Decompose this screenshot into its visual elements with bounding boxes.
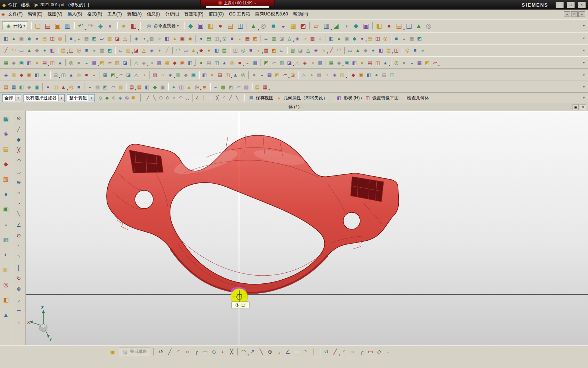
tool-icon[interactable]: ◫ xyxy=(232,46,239,54)
tool-icon[interactable]: ● xyxy=(119,21,129,31)
tool-icon[interactable]: ▢ xyxy=(33,21,43,31)
tool-icon[interactable]: ◧ xyxy=(49,46,56,54)
tool-icon[interactable]: ▨ xyxy=(151,71,159,79)
tool-icon[interactable]: ■ xyxy=(400,59,408,67)
tool-icon[interactable]: ▱ xyxy=(106,59,114,67)
tool-icon[interactable]: ▤ xyxy=(366,35,374,42)
tool-icon[interactable]: ◆ xyxy=(186,21,196,31)
tool-icon[interactable]: ▲ xyxy=(1,311,10,319)
menu-item-3[interactable]: 插入(S) xyxy=(65,10,85,18)
tool-icon[interactable]: ▣ xyxy=(357,71,365,79)
tool-icon[interactable]: ▤ xyxy=(205,59,213,67)
tool-icon[interactable]: ▲ xyxy=(414,21,424,31)
tool-icon[interactable]: ▲ xyxy=(10,35,18,42)
tool-icon[interactable]: ▤ xyxy=(41,59,49,67)
tool-icon[interactable]: ◎ xyxy=(220,35,228,42)
tool-icon[interactable]: ◈ xyxy=(148,46,155,54)
tool-icon[interactable]: ↗ xyxy=(248,347,257,356)
tool-icon[interactable]: ◎ xyxy=(56,35,64,42)
tool-icon[interactable]: ◎ xyxy=(239,46,247,54)
tool-icon[interactable]: ◎ xyxy=(67,83,75,91)
tool-icon[interactable]: ↺ xyxy=(157,347,165,356)
tool-icon[interactable]: ◑ xyxy=(309,59,316,67)
tool-icon[interactable]: ▭ xyxy=(201,347,209,356)
tool-icon[interactable]: ◆ xyxy=(197,46,205,54)
tool-icon[interactable]: ▲ xyxy=(171,35,179,42)
tool-icon[interactable]: ▤ xyxy=(60,46,67,54)
tab-restore-icon[interactable]: ▣ xyxy=(573,104,579,110)
tool-icon[interactable]: ■ xyxy=(201,83,208,91)
tool-icon[interactable]: ◧ xyxy=(201,71,208,79)
tool-icon[interactable]: ─ xyxy=(15,307,22,314)
tool-icon[interactable]: ◫ xyxy=(224,71,232,79)
tool-icon[interactable]: ◟ xyxy=(15,317,22,325)
geometry-properties-button[interactable]: ▲ 几何属性（即将失效）. . . xyxy=(276,95,334,101)
tool-icon[interactable]: ◧ xyxy=(351,59,358,67)
tool-icon[interactable]: ▭ xyxy=(18,46,25,54)
tool-icon[interactable]: ◠ xyxy=(10,46,18,54)
tool-icon[interactable]: ◆ xyxy=(10,59,18,67)
tool-icon[interactable]: ◒ xyxy=(255,46,262,54)
tool-icon[interactable]: ╭ xyxy=(357,347,366,356)
tool-icon[interactable]: ◫ xyxy=(235,21,245,31)
save-view-button[interactable]: ▤ 保存视图 xyxy=(248,95,273,101)
tool-icon[interactable]: ▥ xyxy=(125,46,132,54)
tool-icon[interactable]: ◡ xyxy=(15,168,22,175)
tool-icon[interactable]: ↻ xyxy=(15,275,22,282)
tool-icon[interactable]: ◒ xyxy=(244,59,251,67)
menu-item-10[interactable]: 窗口(O) xyxy=(206,10,226,18)
viewport[interactable]: 体 (1) X Z Y xyxy=(26,111,588,345)
tool-icon[interactable]: + xyxy=(384,347,392,356)
tool-icon[interactable]: ╱ xyxy=(331,347,340,356)
tool-icon[interactable]: ∠ xyxy=(283,347,292,356)
tool-icon[interactable]: ╲ xyxy=(257,347,266,356)
tool-icon[interactable]: ◧ xyxy=(18,83,25,91)
tool-icon[interactable]: ■ xyxy=(75,59,83,67)
mirror-plane-button[interactable]: ◫ 设置镜像平面. . . xyxy=(365,95,405,101)
tool-icon[interactable]: ▣ xyxy=(179,35,186,42)
tool-icon[interactable]: ▦ xyxy=(163,59,171,67)
tool-icon[interactable]: + xyxy=(218,347,227,356)
tool-icon[interactable]: ◠ xyxy=(239,347,248,356)
tool-icon[interactable]: ─ xyxy=(292,347,301,356)
tool-icon[interactable]: ▥ xyxy=(174,71,182,79)
tool-icon[interactable]: ■ xyxy=(247,46,255,54)
tool-icon[interactable]: ▤ xyxy=(385,46,392,54)
toolbar-overflow-icon[interactable]: ▾ xyxy=(583,61,586,64)
check-geometry-button[interactable]: 检查几何体 xyxy=(407,95,429,101)
tool-icon[interactable]: ⊙ xyxy=(15,232,22,239)
tool-icon[interactable]: ○ xyxy=(323,71,331,79)
tool-icon[interactable]: ▥ xyxy=(1,265,10,274)
tool-icon[interactable]: ■ xyxy=(83,71,90,79)
tool-icon[interactable]: ◈ xyxy=(96,21,105,31)
tool-icon[interactable]: ⊙ xyxy=(164,95,171,101)
tool-icon[interactable]: ○ xyxy=(171,95,178,101)
tool-icon[interactable]: ◎ xyxy=(193,83,201,91)
tool-icon[interactable]: △ xyxy=(140,46,148,54)
tool-icon[interactable]: ▨ xyxy=(315,71,323,79)
tool-icon[interactable]: ╳ xyxy=(214,95,220,101)
tool-icon[interactable]: ◎ xyxy=(424,21,434,31)
tool-icon[interactable]: ▤ xyxy=(220,46,228,54)
menu-item-13[interactable]: 帮助(H) xyxy=(291,10,311,18)
tool-icon[interactable]: △ xyxy=(293,59,301,67)
tool-icon[interactable]: ↷ xyxy=(86,21,96,31)
tool-icon[interactable]: ◒ xyxy=(278,21,288,31)
tool-icon[interactable]: ▱ xyxy=(431,59,439,67)
tool-icon[interactable]: ◈ xyxy=(1,130,10,138)
tool-icon[interactable]: ◫ xyxy=(404,21,414,31)
menu-item-9[interactable]: 首选项(P) xyxy=(182,10,206,18)
tool-icon[interactable]: ◧ xyxy=(143,83,151,91)
tool-icon[interactable]: ▤ xyxy=(52,71,60,79)
tool-icon[interactable]: ▦ xyxy=(136,83,143,91)
tool-icon[interactable]: ▱ xyxy=(270,59,278,67)
menu-item-12[interactable]: 燕秀UG模具8.60 xyxy=(252,10,290,18)
tool-icon[interactable]: ◠ xyxy=(174,46,182,54)
tool-icon[interactable]: ▣ xyxy=(1,205,10,214)
menu-item-2[interactable]: 视图(V) xyxy=(45,10,65,18)
tool-icon[interactable]: ◒ xyxy=(90,71,98,79)
tool-icon[interactable]: │ xyxy=(201,95,207,101)
tool-icon[interactable]: ◪ xyxy=(297,46,304,54)
tool-icon[interactable]: ▩ xyxy=(251,59,259,67)
tool-icon[interactable]: ● xyxy=(44,83,52,91)
